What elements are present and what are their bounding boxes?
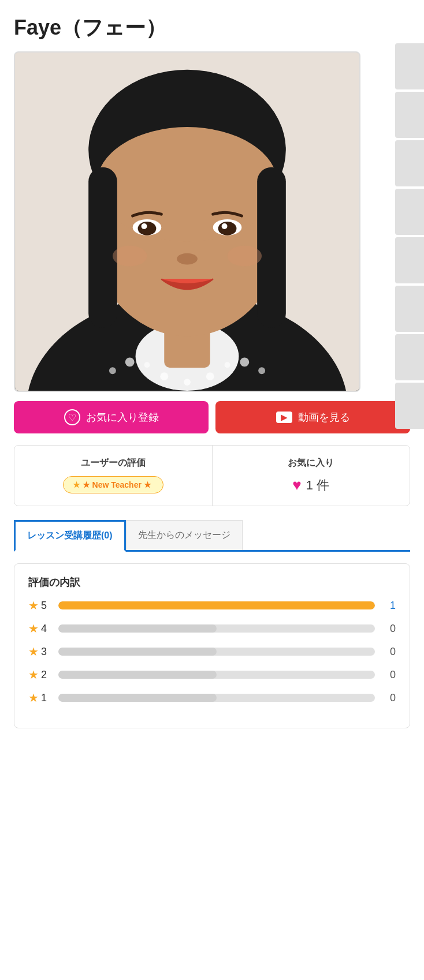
- side-strip-item-3: [395, 140, 424, 186]
- badge-star-left: ★: [73, 480, 80, 489]
- svg-rect-8: [257, 167, 286, 328]
- favorite-box: お気に入り ♥ 1 件: [213, 446, 410, 506]
- svg-point-25: [109, 367, 116, 374]
- side-strip-item-2: [395, 92, 424, 138]
- rating-count-5: 1: [382, 600, 396, 612]
- svg-point-16: [113, 246, 147, 267]
- rating-rows-container: ★51★40★30★20★10: [28, 599, 396, 705]
- svg-point-21: [240, 357, 249, 366]
- rating-star-2: ★2: [28, 668, 51, 682]
- svg-point-6: [96, 127, 278, 242]
- rating-bar-container-3: [58, 648, 375, 656]
- svg-point-24: [184, 379, 191, 386]
- rating-bar-fill-1: [58, 694, 217, 702]
- star-number-1: 1: [41, 692, 47, 704]
- star-icon-4: ★: [28, 622, 39, 635]
- page-container: Faye（フェー）: [0, 0, 424, 980]
- rating-bar-container-4: [58, 624, 375, 633]
- star-icon-2: ★: [28, 668, 39, 682]
- rating-star-3: ★3: [28, 645, 51, 659]
- svg-point-20: [206, 372, 214, 380]
- svg-point-17: [228, 246, 262, 267]
- rating-box: ユーザーの評価 ★ ★ New Teacher ★: [14, 446, 213, 506]
- new-teacher-badge: ★ ★ New Teacher ★: [63, 476, 163, 493]
- side-strip: [395, 43, 424, 447]
- star-number-2: 2: [41, 669, 47, 681]
- rating-star-4: ★4: [28, 622, 51, 635]
- svg-point-26: [258, 367, 265, 374]
- svg-point-11: [142, 223, 147, 229]
- side-strip-item-7: [395, 334, 424, 380]
- favorite-button[interactable]: ♡ お気に入り登録: [14, 401, 209, 433]
- rating-bar-fill-3: [58, 648, 217, 656]
- tabs-container: レッスン受講履歴(0) 先生からのメッセージ: [14, 520, 410, 552]
- badge-text: ★ New Teacher ★: [83, 480, 151, 489]
- teacher-photo-svg: [15, 53, 359, 391]
- rating-row-2: ★20: [28, 668, 396, 682]
- tab-lesson-history[interactable]: レッスン受講履歴(0): [14, 520, 126, 552]
- rating-star-5: ★5: [28, 599, 51, 612]
- youtube-icon: ▶: [276, 412, 292, 423]
- rating-bar-container-1: [58, 694, 375, 702]
- svg-point-15: [177, 253, 198, 265]
- star-number-5: 5: [41, 600, 47, 612]
- favorite-count-display: ♥ 1 件: [292, 476, 329, 494]
- star-icon-1: ★: [28, 691, 39, 705]
- star-number-4: 4: [41, 623, 47, 635]
- svg-point-19: [160, 372, 168, 380]
- video-button-label: 動画を見る: [298, 410, 350, 424]
- profile-image-container: [14, 51, 360, 392]
- rating-count-4: 0: [382, 623, 396, 635]
- svg-point-14: [222, 223, 228, 229]
- favorite-count-value: 1 件: [306, 477, 329, 494]
- rating-row-5: ★51: [28, 599, 396, 612]
- svg-point-18: [125, 357, 135, 366]
- rating-count-1: 0: [382, 692, 396, 704]
- svg-point-23: [225, 362, 230, 368]
- side-strip-item-8: [395, 383, 424, 429]
- side-strip-item-1: [395, 43, 424, 89]
- rating-bar-fill-5: [58, 601, 375, 609]
- rating-count-3: 0: [382, 646, 396, 658]
- star-icon-5: ★: [28, 599, 39, 612]
- rating-breakdown: 評価の内訳 ★51★40★30★20★10: [14, 563, 410, 728]
- side-strip-item-6: [395, 286, 424, 332]
- favorite-label: お気に入り: [288, 457, 334, 469]
- stats-container: ユーザーの評価 ★ ★ New Teacher ★ お気に入り ♥ 1 件: [14, 445, 410, 506]
- rating-breakdown-title: 評価の内訳: [28, 575, 396, 589]
- rating-row-4: ★40: [28, 622, 396, 635]
- rating-row-3: ★30: [28, 645, 396, 659]
- rating-bar-container-2: [58, 671, 375, 679]
- svg-point-13: [218, 222, 237, 235]
- action-buttons: ♡ お気に入り登録 ▶ 動画を見る: [14, 401, 410, 433]
- heart-outline-icon: ♡: [64, 409, 80, 425]
- star-icon-3: ★: [28, 645, 39, 659]
- rating-row-1: ★10: [28, 691, 396, 705]
- side-strip-item-4: [395, 189, 424, 235]
- rating-bar-fill-4: [58, 624, 217, 633]
- rating-star-1: ★1: [28, 691, 51, 705]
- svg-point-10: [138, 222, 157, 235]
- svg-point-22: [144, 362, 150, 368]
- tab-lesson-history-label: レッスン受講履歴(0): [27, 530, 113, 540]
- svg-rect-7: [88, 167, 117, 328]
- heart-filled-icon: ♥: [292, 476, 301, 494]
- video-button[interactable]: ▶ 動画を見る: [215, 401, 410, 433]
- rating-bar-fill-2: [58, 671, 217, 679]
- tab-teacher-message-label: 先生からのメッセージ: [138, 530, 230, 540]
- star-number-3: 3: [41, 646, 47, 658]
- teacher-name: Faye（フェー）: [0, 0, 424, 51]
- favorite-button-label: お気に入り登録: [86, 410, 159, 424]
- side-strip-item-5: [395, 237, 424, 283]
- rating-label: ユーザーの評価: [81, 457, 146, 469]
- profile-image: [15, 53, 359, 391]
- rating-bar-container-5: [58, 601, 375, 609]
- rating-count-2: 0: [382, 669, 396, 681]
- tab-teacher-message[interactable]: 先生からのメッセージ: [126, 520, 243, 550]
